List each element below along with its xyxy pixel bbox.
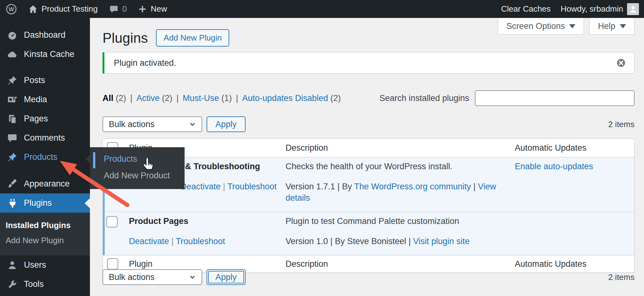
row-checkbox[interactable] — [106, 216, 118, 227]
flyout-item-products[interactable]: Products — [90, 147, 185, 164]
pin-icon — [6, 75, 18, 86]
admin-sidebar: Dashboard Kinsta Cache Posts Media Page — [0, 18, 90, 296]
submenu-item-add-new-plugin[interactable]: Add New Plugin — [0, 233, 90, 248]
sidebar-item-tools[interactable]: Tools — [0, 275, 90, 294]
search-input[interactable] — [475, 90, 635, 106]
sidebar-item-comments[interactable]: Comments — [0, 128, 90, 148]
sidebar-item-label: Tools — [24, 279, 44, 289]
active-menu-notch — [85, 198, 90, 208]
visit-plugin-site-link[interactable]: Visit plugin site — [413, 237, 470, 246]
sidebar-item-appearance[interactable]: Appearance — [0, 174, 90, 193]
filter-separator: | — [176, 93, 179, 103]
dashboard-icon — [6, 30, 18, 41]
page-title: Plugins — [103, 31, 148, 45]
troubleshoot-link[interactable]: Troubleshoot — [176, 237, 225, 246]
sidebar-separator — [0, 167, 90, 174]
troubleshoot-link[interactable]: Troubleshoot — [227, 182, 277, 191]
plugin-row-actions: Deactivate | Troubleshoot — [129, 236, 286, 247]
help-button[interactable]: Help — [589, 18, 635, 35]
filter-active[interactable]: Active (2) — [136, 93, 172, 103]
clear-caches-label: Clear Caches — [501, 4, 551, 14]
sidebar-item-plugins[interactable]: Plugins — [0, 193, 90, 213]
dismiss-icon[interactable] — [616, 58, 626, 68]
sidebar-item-products[interactable]: Products — [0, 148, 90, 167]
help-label: Help — [598, 21, 615, 31]
sidebar-item-label: Comments — [24, 133, 65, 143]
plugin-description: Checks the health of your WordPress inst… — [286, 161, 515, 172]
add-new-plugin-button[interactable]: Add New Plugin — [156, 29, 229, 47]
filter-all[interactable]: All (2) — [103, 93, 126, 103]
cloud-icon — [6, 49, 18, 60]
apply-button[interactable]: Apply — [207, 269, 246, 285]
home-icon — [28, 4, 38, 14]
comment-icon — [6, 133, 18, 143]
plugin-meta: Version 1.0 | By Steve Bonisteel | Visit… — [286, 236, 515, 247]
deactivate-link[interactable]: Deactivate — [180, 182, 221, 191]
column-footer-description: Description — [286, 259, 515, 269]
clear-caches-button[interactable]: Clear Caches — [496, 0, 556, 18]
enable-auto-updates-link[interactable]: Enable auto-updates — [515, 162, 593, 171]
success-notice: Plugin activated. — [103, 52, 635, 74]
filter-auto-updates-disabled[interactable]: Auto-updates Disabled (2) — [242, 93, 341, 103]
submenu-item-installed-plugins[interactable]: Installed Plugins — [0, 218, 90, 233]
flyout-item-add-new-product[interactable]: Add New Product — [90, 164, 185, 181]
wordpress-admin-screen: W Product Testing 0 New — [0, 0, 644, 296]
pin-icon — [6, 152, 18, 163]
table-row-product-pages: Product Pages Deactivate | Troubleshoot … — [103, 212, 634, 255]
site-link[interactable]: Product Testing — [23, 0, 103, 18]
bulk-actions-label: Bulk actions — [109, 120, 155, 129]
media-icon — [6, 94, 18, 105]
chevron-down-icon — [569, 24, 575, 28]
sidebar-item-posts[interactable]: Posts — [0, 71, 90, 90]
user-avatar-icon — [628, 4, 638, 14]
products-flyout-menu: Products Add New Product — [90, 147, 185, 189]
author-link[interactable]: The WordPress.org community — [354, 182, 471, 191]
column-header-auto-updates: Automatic Updates — [515, 143, 634, 153]
flyout-notch — [86, 155, 90, 164]
avatar — [627, 3, 639, 15]
site-name: Product Testing — [42, 4, 98, 14]
plugin-cell: Product Pages Deactivate | Troubleshoot — [124, 215, 286, 247]
deactivate-link[interactable]: Deactivate — [129, 237, 169, 246]
sidebar-item-label: Pages — [24, 114, 48, 124]
comment-bubble-icon — [109, 4, 119, 14]
admin-bar: W Product Testing 0 New — [0, 0, 644, 18]
sidebar-item-dashboard[interactable]: Dashboard — [0, 25, 90, 45]
title-row: Plugins Add New Plugin — [103, 29, 229, 47]
admin-bar-right: Clear Caches Howdy, srbadmin — [496, 0, 644, 18]
screen-options-button[interactable]: Screen Options — [498, 18, 584, 35]
pages-icon — [6, 114, 18, 124]
sidebar-item-media[interactable]: Media — [0, 90, 90, 109]
admin-bar-left: W Product Testing 0 New — [0, 0, 173, 18]
my-account-menu[interactable]: Howdy, srbadmin — [556, 0, 644, 18]
plugins-submenu: Installed Plugins Add New Plugin — [0, 213, 90, 255]
column-header-description: Description — [286, 143, 515, 153]
comments-shortcut[interactable]: 0 — [103, 0, 132, 18]
sidebar-item-pages[interactable]: Pages — [0, 109, 90, 128]
sidebar-item-label: Media — [24, 95, 47, 104]
sidebar-item-kinsta-cache[interactable]: Kinsta Cache — [0, 45, 90, 64]
items-count: 2 items — [608, 120, 635, 129]
plugin-meta: Version 1.7.1 | By The WordPress.org com… — [286, 181, 515, 204]
bulk-actions-label: Bulk actions — [109, 272, 155, 282]
svg-text:W: W — [9, 6, 14, 12]
sidebar-item-users[interactable]: Users — [0, 255, 90, 275]
search-label: Search installed plugins — [380, 93, 469, 103]
new-content-menu[interactable]: New — [132, 0, 173, 18]
status-filters: All (2) | Active (2) | Must-Use (1) | Au… — [103, 93, 341, 103]
filter-separator: | — [130, 93, 132, 103]
sidebar-item-label: Plugins — [24, 198, 52, 208]
users-icon — [6, 260, 18, 271]
chevron-down-icon — [188, 273, 197, 281]
select-all-checkbox[interactable] — [107, 258, 118, 270]
filter-must-use[interactable]: Must-Use (1) — [183, 93, 232, 103]
filter-separator: | — [236, 93, 238, 103]
apply-button[interactable]: Apply — [207, 116, 246, 132]
bulk-actions-select[interactable]: Bulk actions — [103, 269, 202, 285]
bulk-actions-row-top: Bulk actions Apply 2 items — [103, 116, 635, 132]
wrench-icon — [6, 279, 18, 290]
sidebar-item-label: Appearance — [24, 179, 70, 189]
bulk-actions-select[interactable]: Bulk actions — [103, 116, 202, 132]
plugin-description: Plugin to test Command Palette customiza… — [286, 215, 515, 227]
wordpress-menu[interactable]: W — [0, 0, 23, 18]
